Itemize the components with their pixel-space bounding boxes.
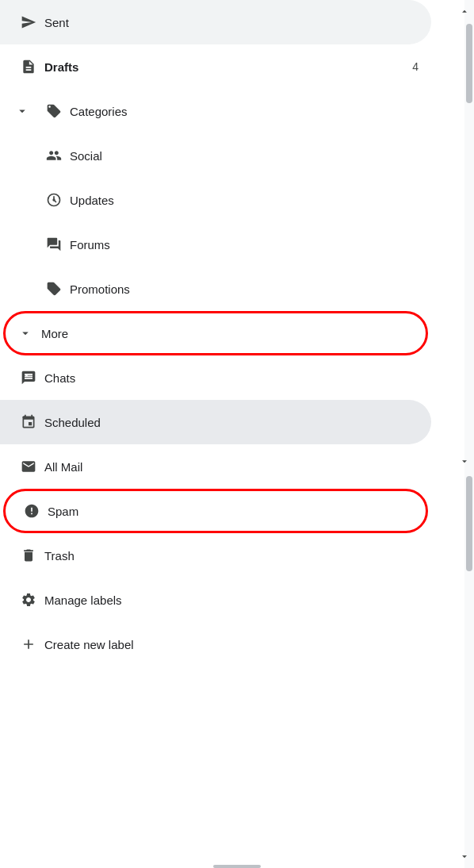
svg-point-1 (52, 198, 55, 201)
scrollbar-thumb-bottom[interactable] (466, 476, 472, 571)
spam-icon (16, 503, 48, 519)
trash-icon (13, 547, 44, 563)
sidebar-item-spam[interactable]: Spam (3, 489, 428, 533)
sidebar-item-social[interactable]: Social (0, 133, 431, 178)
forums-label: Forums (70, 238, 419, 252)
sent-label: Sent (44, 16, 419, 29)
promotions-icon (38, 281, 70, 297)
drafts-icon (13, 59, 44, 75)
updates-icon (38, 192, 70, 208)
chats-icon (13, 370, 44, 386)
scroll-down-arrow[interactable] (455, 847, 474, 866)
promotions-label: Promotions (70, 282, 419, 296)
scroll-down-arrow-mid[interactable] (455, 452, 474, 471)
categories-label: Categories (70, 105, 419, 118)
sidebar-item-chats[interactable]: Chats (0, 355, 431, 400)
managelabels-icon (13, 592, 44, 608)
sidebar-item-sent[interactable]: Sent (0, 0, 431, 44)
createnewlabel-label: Create new label (44, 638, 419, 651)
more-label: More (41, 327, 415, 340)
more-chevron-icon (16, 326, 35, 340)
categories-chevron-icon (13, 104, 32, 118)
sidebar: Sent Drafts 4 Categories Social Updates (0, 0, 444, 666)
createnewlabel-icon (13, 636, 44, 652)
sidebar-item-more[interactable]: More (3, 311, 428, 355)
sent-icon (13, 14, 44, 30)
scrollbar-thumb-top[interactable] (466, 24, 472, 103)
drafts-label: Drafts (44, 60, 412, 74)
allmail-label: All Mail (44, 460, 419, 474)
sidebar-item-createnewlabel[interactable]: Create new label (0, 622, 431, 666)
sidebar-item-trash[interactable]: Trash (0, 533, 431, 578)
sidebar-item-forums[interactable]: Forums (0, 222, 431, 267)
social-label: Social (70, 149, 419, 163)
sidebar-item-categories[interactable]: Categories (0, 89, 431, 133)
updates-label: Updates (70, 194, 419, 207)
svg-point-2 (25, 374, 28, 377)
sidebar-item-allmail[interactable]: All Mail (0, 444, 431, 489)
trash-label: Trash (44, 549, 419, 563)
forums-icon (38, 236, 70, 252)
scheduled-label: Scheduled (44, 416, 419, 429)
social-icon (38, 148, 70, 163)
sidebar-item-scheduled[interactable]: Scheduled (0, 400, 431, 444)
chats-label: Chats (44, 371, 419, 385)
scheduled-icon (13, 414, 44, 430)
scrollbar-track (464, 0, 474, 868)
spam-label: Spam (48, 505, 415, 518)
horizontal-scrollbar-thumb[interactable] (213, 865, 261, 868)
sidebar-item-updates[interactable]: Updates (0, 178, 431, 222)
sidebar-item-promotions[interactable]: Promotions (0, 267, 431, 311)
categories-icon (38, 103, 70, 119)
sidebar-item-drafts[interactable]: Drafts 4 (0, 44, 431, 89)
scroll-up-arrow[interactable] (455, 2, 474, 21)
managelabels-label: Manage labels (44, 593, 419, 607)
drafts-badge: 4 (412, 60, 419, 73)
sidebar-item-managelabels[interactable]: Manage labels (0, 578, 431, 622)
allmail-icon (13, 459, 44, 474)
